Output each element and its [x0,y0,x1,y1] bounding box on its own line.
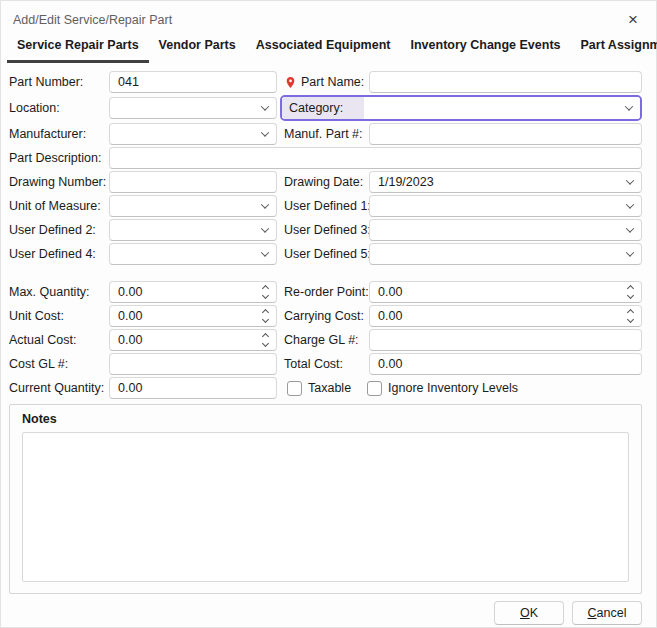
user-defined-1-select[interactable] [369,195,642,217]
reorder-point-label: Re-order Point: [284,285,369,299]
row-part-number: Part Number: Part Name: [9,71,642,93]
spinner-arrows-icon[interactable] [263,310,268,322]
chevron-down-icon [261,224,269,232]
tab-bar: Service Repair Parts Vendor Parts Associ… [1,33,656,63]
taxable-checkbox-label: Taxable [308,381,351,395]
notes-group: Notes [9,404,642,594]
chevron-down-icon [261,248,269,256]
notes-group-title: Notes [10,405,641,432]
carrying-cost-label: Carrying Cost: [284,309,364,323]
row-actualcost-chargegl: Actual Cost: 0.00 Charge GL #: [9,329,642,351]
drawing-number-input[interactable] [109,171,277,193]
location-label: Location: [9,101,109,115]
actual-cost-label: Actual Cost: [9,333,109,347]
row-costgl-totalcost: Cost GL #: Total Cost: [9,353,642,375]
spinner-arrows-icon[interactable] [628,286,633,298]
part-description-input[interactable] [109,147,642,169]
part-name-input[interactable] [369,71,642,93]
spinner-arrows-icon[interactable] [263,334,268,346]
chevron-down-icon [626,248,634,256]
notes-textarea[interactable] [22,432,629,582]
chevron-down-icon [626,176,634,184]
row-part-description: Part Description: [9,147,642,169]
row-ud4-ud5: User Defined 4: User Defined 5: [9,243,642,265]
drawing-date-select[interactable]: 1/19/2023 [369,171,642,193]
titlebar: Add/Edit Service/Repair Part × [1,1,656,33]
part-number-label: Part Number: [9,75,109,89]
user-defined-5-label: User Defined 5: [284,247,371,261]
drawing-date-label: Drawing Date: [284,175,363,189]
user-defined-3-select[interactable] [369,219,642,241]
user-defined-1-label: User Defined 1: [284,199,371,213]
cost-gl-label: Cost GL #: [9,357,109,371]
manufacturer-label: Manufacturer: [9,127,109,141]
user-defined-3-label: User Defined 3: [284,223,371,237]
category-select[interactable] [364,97,640,119]
manuf-part-label: Manuf. Part #: [284,127,363,141]
chevron-down-icon [625,102,633,110]
category-focused-field: Category: [280,95,642,121]
manuf-part-input[interactable] [369,123,642,145]
row-drawing: Drawing Number: Drawing Date: 1/19/2023 [9,171,642,193]
user-defined-4-label: User Defined 4: [9,247,109,261]
tab-inventory-change-events[interactable]: Inventory Change Events [400,32,570,63]
location-select[interactable] [109,97,277,119]
part-description-label: Part Description: [9,151,109,165]
unit-of-measure-label: Unit of Measure: [9,199,109,213]
manufacturer-select[interactable] [109,123,277,145]
chevron-down-icon [261,200,269,208]
dialog-title: Add/Edit Service/Repair Part [13,13,172,27]
current-quantity-input[interactable] [109,377,277,399]
total-cost-label: Total Cost: [284,357,343,371]
unit-cost-spinner[interactable]: 0.00 [109,305,277,327]
total-cost-input[interactable] [369,353,642,375]
location-pin-icon[interactable] [284,75,297,90]
chevron-down-icon [261,102,269,110]
category-label: Category: [282,97,364,119]
drawing-number-label: Drawing Number: [9,175,109,189]
chevron-down-icon [261,128,269,136]
cancel-button[interactable]: Cancel [572,601,642,625]
current-quantity-label: Current Quantity: [9,381,109,395]
add-edit-service-repair-part-dialog: Add/Edit Service/Repair Part × Service R… [0,0,657,628]
chevron-down-icon [626,200,634,208]
carrying-cost-spinner[interactable]: 0.00 [369,305,642,327]
chevron-down-icon [626,224,634,232]
user-defined-5-select[interactable] [369,243,642,265]
row-currentqty-checkboxes: Current Quantity: Taxable Ignore Invento… [9,377,642,399]
charge-gl-input[interactable] [369,329,642,351]
part-name-label: Part Name: [301,75,364,89]
max-quantity-spinner[interactable]: 0.00 [109,281,277,303]
button-row: OK Cancel [1,594,656,625]
user-defined-2-label: User Defined 2: [9,223,109,237]
taxable-checkbox[interactable] [287,381,302,396]
row-maxqty-reorder: Max. Quantity: 0.00 Re-order Point: 0.00 [9,281,642,303]
spinner-arrows-icon[interactable] [263,286,268,298]
ignore-inventory-levels-checkbox[interactable] [367,381,382,396]
row-ud2-ud3: User Defined 2: User Defined 3: [9,219,642,241]
max-quantity-label: Max. Quantity: [9,285,109,299]
charge-gl-label: Charge GL #: [284,333,359,347]
ok-button[interactable]: OK [494,601,564,625]
form-body: Part Number: Part Name: Location: Catego… [1,63,656,399]
reorder-point-spinner[interactable]: 0.00 [369,281,642,303]
row-uom-ud1: Unit of Measure: User Defined 1: [9,195,642,217]
tab-vendor-parts[interactable]: Vendor Parts [149,32,246,63]
ignore-inventory-levels-label: Ignore Inventory Levels [388,381,518,395]
close-icon[interactable]: × [624,13,642,27]
cost-gl-input[interactable] [109,353,277,375]
user-defined-2-select[interactable] [109,219,277,241]
tab-part-assignments[interactable]: Part Assignments [571,32,657,63]
part-number-input[interactable] [109,71,277,93]
row-manufacturer: Manufacturer: Manuf. Part #: [9,123,642,145]
tab-service-repair-parts[interactable]: Service Repair Parts [7,32,149,63]
unit-cost-label: Unit Cost: [9,309,109,323]
unit-of-measure-select[interactable] [109,195,277,217]
user-defined-4-select[interactable] [109,243,277,265]
tab-associated-equipment[interactable]: Associated Equipment [246,32,401,63]
row-unitcost-carrying: Unit Cost: 0.00 Carrying Cost: 0.00 [9,305,642,327]
row-location-category: Location: Category: [9,95,642,121]
spinner-arrows-icon[interactable] [628,310,633,322]
actual-cost-spinner[interactable]: 0.00 [109,329,277,351]
